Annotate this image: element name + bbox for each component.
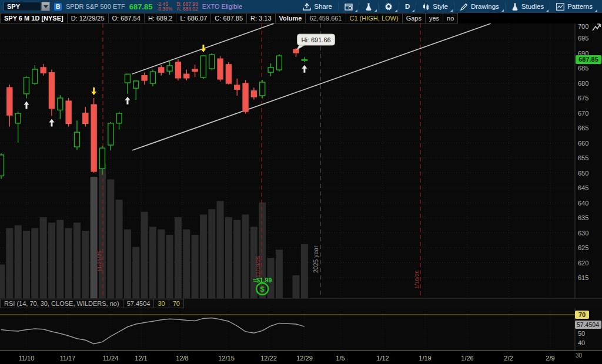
timeframe-button[interactable]: D [399, 0, 416, 13]
volume-bar [293, 275, 300, 298]
volume-bar [116, 200, 123, 298]
price-tick-label: 660 [578, 140, 588, 147]
symbol-input[interactable]: SPY [4, 2, 41, 11]
ohlc-cell: D: 12/29/25 [67, 13, 109, 23]
volume-bar [217, 201, 224, 298]
price-tick-label: 645 [578, 184, 588, 191]
volume-bar [0, 265, 5, 299]
candlestick [175, 59, 180, 80]
chart-title: SPY 6 M 1D [NYSE] [0, 13, 68, 23]
ohlc-cell: C: 687.85 [210, 13, 247, 23]
volume-bar [200, 214, 207, 298]
symbol-badge-icon[interactable]: B [54, 3, 62, 11]
ohlc-cell: O: 687.54 [108, 13, 145, 23]
ask-value: A: 688.02 [176, 6, 198, 12]
time-tick-label: 1/26 [453, 355, 481, 362]
rsi-low-level[interactable]: 30 [153, 299, 169, 308]
candle-body [58, 98, 63, 110]
price-chart[interactable]: 7006956906856806756706656606556506456406… [0, 23, 602, 298]
pencil-icon [460, 3, 468, 11]
time-tick-label: 12/22 [255, 355, 283, 362]
dividend-icon: $ [260, 285, 265, 294]
ohlc-strip: SPY 6 M 1D [NYSE] D: 12/29/25O: 687.54H:… [0, 13, 602, 23]
volume-value: 62,459,661 [305, 13, 346, 23]
time-tick-label: 11/24 [96, 355, 125, 362]
gaps-no-button[interactable]: no [443, 13, 458, 23]
rsi-chart[interactable]: 50407057.4504 [0, 308, 602, 350]
candle-body [41, 68, 46, 73]
price-tick-label: 680 [578, 80, 588, 87]
time-tick-label: 12/8 [168, 355, 196, 362]
volume-bar [40, 217, 47, 298]
candle-body [175, 62, 180, 78]
candle-body [66, 101, 71, 123]
price-tick-label: 655 [578, 154, 588, 161]
time-axis[interactable]: 11/1011/1711/2412/112/812/1512/2212/291/… [0, 350, 602, 364]
volume-bar [276, 250, 283, 298]
share-button[interactable]: Share [297, 0, 338, 13]
time-tick-label: 1/5 [326, 355, 354, 362]
price-tick-label: 700 [578, 23, 588, 30]
price-tick-label: 670 [578, 110, 588, 117]
exto-eligible-label: EXTO Eligible [202, 3, 242, 10]
price-tick-label: 640 [578, 200, 588, 207]
rsi-tick-label: 50 [578, 330, 585, 337]
time-tick-label: 12/29 [290, 355, 319, 362]
candle-body [226, 65, 231, 83]
volume-bar [158, 230, 165, 298]
change-percent: -0.36% [156, 6, 172, 12]
gaps-yes-button[interactable]: yes [425, 13, 443, 23]
price-tick-label: 695 [578, 35, 588, 42]
trading-platform-window: { "toolbar": { "symbol": "SPY", "symbol_… [0, 0, 602, 364]
high-callout-label: Hi: 691.66 [301, 36, 330, 43]
candlestick [276, 55, 282, 72]
price-tick-label: 625 [578, 244, 588, 251]
symbol-box: SPY [4, 2, 50, 11]
time-tick-label: 12/15 [212, 355, 240, 362]
volume-bar [82, 231, 89, 298]
candle-body [200, 56, 206, 77]
rsi-study-header: RSI (14, 70, 30, CLOSE, WILDERS, no) 57.… [0, 298, 602, 308]
volume-bar [91, 177, 98, 298]
candle-body [243, 83, 248, 112]
candlestick [218, 56, 223, 82]
candle-body [125, 74, 130, 83]
candle-body [218, 59, 223, 79]
company-name: SPDR S&P 500 ETF [66, 3, 125, 10]
volume-bar [73, 223, 81, 298]
ohlc-cell: R: 3.13 [246, 13, 275, 23]
settings-button[interactable] [379, 0, 399, 13]
style-button[interactable]: Style [416, 0, 454, 13]
last-price: 687.85 [129, 2, 153, 11]
patterns-button[interactable]: Patterns [550, 0, 598, 13]
toolbar-actions: Share [297, 0, 598, 13]
volume-bar [149, 227, 156, 298]
candle-body [83, 113, 88, 124]
calendar-events-button[interactable] [339, 0, 359, 13]
candle-body [133, 81, 139, 88]
time-tick-label: 11/17 [53, 355, 82, 362]
flask-icon [511, 3, 519, 11]
studies-button[interactable]: Studies [506, 0, 550, 13]
symbol-dropdown-button[interactable] [41, 2, 50, 11]
candle-body [235, 85, 240, 89]
rsi-params[interactable]: RSI (14, 70, 30, CLOSE, WILDERS, no) [0, 299, 123, 308]
volume-label: Volume [275, 13, 306, 23]
price-tick-label: 635 [578, 214, 588, 221]
candle-body [192, 69, 198, 72]
candlestick [209, 53, 215, 70]
rsi-high-level[interactable]: 70 [169, 299, 184, 308]
volume-bar [132, 247, 139, 298]
volume-bar [23, 231, 30, 298]
tools-button[interactable] [359, 0, 378, 13]
candle-body [116, 113, 122, 123]
drawings-button[interactable]: Drawings [454, 0, 505, 13]
price-tick-label: 620 [578, 259, 588, 267]
expiration-date-label: 11/21/25 [96, 251, 102, 272]
candle-body [251, 91, 256, 97]
year-label: 2025 year [312, 245, 319, 273]
candle-body [268, 68, 273, 72]
candle-body [293, 49, 299, 53]
candlestick [200, 55, 206, 79]
price-tick-label: 650 [578, 170, 588, 177]
